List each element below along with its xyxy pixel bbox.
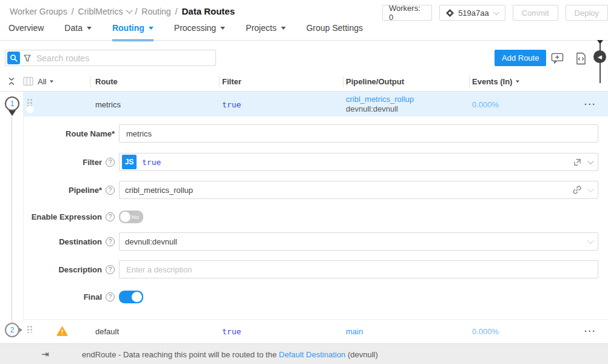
breadcrumb-routing[interactable]: Routing xyxy=(141,7,171,16)
feedback-bubble-button[interactable] xyxy=(550,51,564,66)
final-row: Final? xyxy=(24,288,143,306)
route-position-marker-2: 2 xyxy=(5,323,19,337)
end-route-arrow-icon: ⇥ xyxy=(41,349,49,360)
columns-toggle-button[interactable] xyxy=(23,77,33,86)
js-badge: JS xyxy=(122,155,137,169)
chevron-down-icon xyxy=(126,7,133,13)
tab-label: Routing xyxy=(112,23,144,33)
search-button[interactable] xyxy=(7,52,20,64)
route-details-form: Route Name* Filter? JS true Pipeline*? c… xyxy=(23,116,608,319)
caret-down-icon xyxy=(220,27,225,30)
filter-row: Filter? JS true xyxy=(24,153,598,171)
tab-label: Overview xyxy=(8,23,44,33)
route-events-cell: 0.000% xyxy=(472,326,499,335)
group-filter-dropdown[interactable]: All xyxy=(38,77,53,86)
tab-group-settings[interactable]: Group Settings xyxy=(306,23,363,41)
column-divider xyxy=(469,76,470,87)
caret-down-icon xyxy=(281,27,286,30)
code-file-icon xyxy=(576,52,586,65)
tab-processing[interactable]: Processing xyxy=(174,23,225,41)
enable-expression-toggle[interactable]: No xyxy=(119,211,143,223)
row-menu-button[interactable]: ··· xyxy=(584,326,596,336)
column-header-pipeline: Pipeline/Output xyxy=(346,77,404,86)
help-icon[interactable]: ? xyxy=(106,265,115,274)
table-columns-icon xyxy=(23,77,33,86)
help-icon[interactable]: ? xyxy=(106,237,115,246)
pipeline-link[interactable]: cribl_metrics_rollup xyxy=(346,95,414,104)
page-title: Data Routes xyxy=(182,6,235,16)
deploy-button[interactable]: Deploy xyxy=(566,5,608,21)
workers-count-badge[interactable]: Workers: 0 xyxy=(382,5,432,21)
column-header-events-label: Events (In) xyxy=(472,77,512,86)
edit-as-json-button[interactable] xyxy=(573,51,588,66)
destination-row: Destination? devnull:devnull xyxy=(24,232,598,251)
filter-field[interactable]: JS true xyxy=(119,153,598,171)
row-menu-button[interactable]: ··· xyxy=(584,99,596,109)
tab-overview[interactable]: Overview xyxy=(8,23,44,41)
tab-data[interactable]: Data xyxy=(64,23,92,41)
destination-value: devnull:devnull xyxy=(125,237,177,246)
tab-routing[interactable]: Routing xyxy=(112,23,154,41)
nav-tabs: Overview Data Routing Processing Project… xyxy=(8,23,363,41)
end-route-bar: ⇥ endRoute - Data reaching this point wi… xyxy=(0,343,608,364)
commit-button[interactable]: Commit xyxy=(513,5,558,21)
caret-down-icon xyxy=(50,80,53,83)
comment-plus-icon xyxy=(551,52,564,64)
route-row-default[interactable]: default true main 0.000% ··· xyxy=(23,319,608,342)
header-divider xyxy=(0,40,608,41)
description-row: Description? xyxy=(24,260,598,278)
topbar-controls: Workers: 0 519a7aa Commit Deploy xyxy=(382,5,608,21)
end-route-prefix: endRoute - Data reaching this point will… xyxy=(82,349,277,359)
final-toggle[interactable] xyxy=(119,291,143,303)
description-field[interactable] xyxy=(119,260,598,278)
breadcrumb-group-selector[interactable]: CriblMetrics xyxy=(78,7,131,16)
add-route-button[interactable]: Add Route xyxy=(495,50,546,66)
column-divider xyxy=(90,76,90,87)
collapse-all-button[interactable] xyxy=(7,76,16,86)
pipeline-field[interactable]: cribl_metrics_rollup xyxy=(119,181,598,199)
tab-label: Data xyxy=(64,23,83,33)
commit-version-dropdown[interactable]: 519a7aa xyxy=(439,5,505,21)
breadcrumb-worker-groups[interactable]: Worker Groups xyxy=(10,7,67,16)
route-row-metrics[interactable]: metrics true cribl_metrics_rollup devnul… xyxy=(23,92,608,116)
description-input[interactable] xyxy=(125,265,592,275)
output-label: devnull:devnull xyxy=(346,104,414,114)
route-warning[interactable] xyxy=(56,326,68,336)
route-events-cell: 0.000% xyxy=(472,99,499,109)
link-icon[interactable] xyxy=(572,185,582,195)
pipeline-link[interactable]: main xyxy=(346,326,363,335)
route-name-row: Route Name* xyxy=(24,124,598,143)
filter-funnel-icon[interactable] xyxy=(23,54,32,62)
filter-label: Filter? xyxy=(24,158,115,167)
route-pipeline-cell: cribl_metrics_rollup devnull:devnull xyxy=(346,95,414,114)
help-icon[interactable]: ? xyxy=(106,212,115,221)
search-input[interactable] xyxy=(32,53,215,63)
route-name-input[interactable] xyxy=(125,129,592,139)
breadcrumb-group-label: CriblMetrics xyxy=(78,7,123,16)
chevron-down-icon[interactable] xyxy=(587,237,594,244)
chevron-down-icon[interactable] xyxy=(587,158,594,164)
destination-field[interactable]: devnull:devnull xyxy=(119,232,598,251)
route-name-field[interactable] xyxy=(119,124,598,143)
enable-expression-label: Enable Expression? xyxy=(24,212,115,221)
tab-projects[interactable]: Projects xyxy=(246,23,286,41)
caret-down-icon xyxy=(516,80,519,83)
collapse-preview-pane-button[interactable]: ◀ xyxy=(593,50,606,63)
filter-expression[interactable]: true xyxy=(142,158,161,167)
destination-label: Destination? xyxy=(24,237,115,246)
tab-label: Projects xyxy=(246,23,277,33)
chevron-down-icon[interactable] xyxy=(587,186,594,192)
workers-count-label: Workers: 0 xyxy=(389,4,425,22)
pipeline-value: cribl_metrics_rollup xyxy=(125,186,193,195)
default-destination-link[interactable]: Default Destination xyxy=(279,349,346,359)
help-icon[interactable]: ? xyxy=(106,186,115,195)
expand-editor-icon[interactable] xyxy=(573,158,582,167)
pipeline-row: Pipeline*? cribl_metrics_rollup xyxy=(24,181,598,199)
column-header-events-dropdown[interactable]: Events (In) xyxy=(472,77,519,86)
description-label: Description? xyxy=(24,265,115,274)
breadcrumb: Worker Groups / CriblMetrics / Routing /… xyxy=(10,6,235,16)
column-divider xyxy=(219,76,220,87)
end-route-text: endRoute - Data reaching this point will… xyxy=(82,349,378,359)
help-icon[interactable]: ? xyxy=(106,158,115,167)
help-icon[interactable]: ? xyxy=(106,292,115,302)
